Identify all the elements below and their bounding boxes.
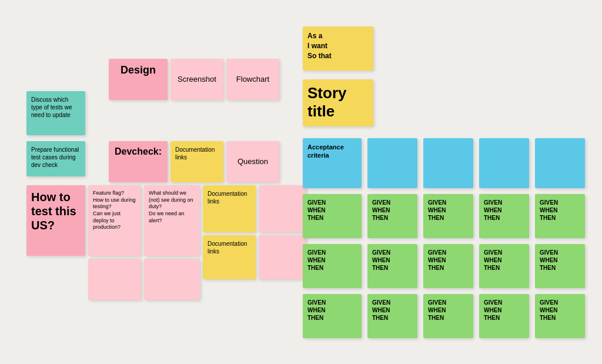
pink-blank-1 — [259, 185, 306, 232]
then-r2c1: THEN — [307, 264, 357, 272]
given-r2c1: GIVEN — [307, 249, 357, 256]
given-r3c5: GIVEN — [540, 299, 580, 306]
doc-links-1-sticky: Documentation links — [170, 141, 223, 182]
green-r1c3: GIVEN WHEN THEN — [423, 194, 473, 238]
doc-links-3-label: Documentation links — [208, 241, 247, 255]
pink-blank-4 — [144, 259, 200, 300]
blue-col5 — [535, 138, 585, 188]
story-title-sticky: Story title — [303, 79, 373, 126]
given-r1c1: GIVEN — [307, 199, 357, 206]
feature-flag-label: Feature flag? How to use during testing?… — [93, 190, 136, 230]
given-r1c5: GIVEN — [540, 199, 580, 206]
green-r3c3: GIVEN WHEN THEN — [423, 294, 473, 338]
flowchart-label: Flowchart — [236, 75, 269, 85]
feature-flag-sticky: Feature flag? How to use during testing?… — [88, 185, 141, 256]
story-title-label: Story title — [307, 84, 346, 120]
when-r3c5: WHEN — [540, 306, 580, 314]
then-r3c1: THEN — [307, 314, 357, 322]
devcheck-sticky: Devcheck: — [109, 141, 168, 182]
discuss-label: Discuss which type of tests we need to u… — [31, 96, 72, 118]
screenshot-label: Screenshot — [178, 75, 216, 85]
when-r3c2: WHEN — [372, 306, 413, 314]
when-r3c3: WHEN — [428, 306, 469, 314]
design-label: Design — [121, 64, 156, 76]
given-r2c5: GIVEN — [540, 249, 580, 256]
doc-links-3-sticky: Documentation links — [203, 235, 256, 279]
given-r2c3: GIVEN — [428, 249, 469, 256]
when-r3c4: WHEN — [484, 306, 524, 314]
then-r1c1: THEN — [307, 214, 357, 222]
pink-blank-2 — [259, 235, 306, 279]
when-r2c2: WHEN — [372, 256, 413, 264]
blue-col3 — [423, 138, 473, 188]
then-r2c2: THEN — [372, 264, 413, 272]
when-r2c3: WHEN — [428, 256, 469, 264]
prepare-label: Prepare functional test cases during dev… — [31, 146, 79, 168]
green-r1c2: GIVEN WHEN THEN — [367, 194, 417, 238]
green-r2c1: GIVEN WHEN THEN — [303, 244, 362, 288]
then-r1c2: THEN — [372, 214, 413, 222]
when-r3c1: WHEN — [307, 306, 357, 314]
flowchart-sticky: Flowchart — [226, 59, 279, 100]
as-a-label: As a I want So that — [307, 32, 332, 60]
how-to-test-sticky: How to test this US? — [26, 185, 85, 256]
when-r1c2: WHEN — [372, 206, 413, 214]
then-r2c3: THEN — [428, 264, 469, 272]
then-r1c3: THEN — [428, 214, 469, 222]
when-r1c1: WHEN — [307, 206, 357, 214]
design-sticky: Design — [109, 59, 168, 100]
green-r1c4: GIVEN WHEN THEN — [479, 194, 529, 238]
green-r1c1: GIVEN WHEN THEN — [303, 194, 362, 238]
given-r3c2: GIVEN — [372, 299, 413, 306]
when-r2c1: WHEN — [307, 256, 357, 264]
green-r3c5: GIVEN WHEN THEN — [535, 294, 585, 338]
given-r1c2: GIVEN — [372, 199, 413, 206]
what-should-label: What should we (not) see during on duty?… — [149, 190, 193, 223]
then-r3c5: THEN — [540, 314, 580, 322]
when-r2c5: WHEN — [540, 256, 580, 264]
when-r1c3: WHEN — [428, 206, 469, 214]
green-r2c2: GIVEN WHEN THEN — [367, 244, 417, 288]
prepare-sticky: Prepare functional test cases during dev… — [26, 141, 85, 176]
given-r2c4: GIVEN — [484, 249, 524, 256]
then-r2c5: THEN — [540, 264, 580, 272]
acceptance-criteria-sticky: Acceptance criteria — [303, 138, 362, 188]
doc-links-2-sticky: Documentation links — [203, 185, 256, 232]
when-r1c5: WHEN — [540, 206, 580, 214]
when-r2c4: WHEN — [484, 256, 524, 264]
discuss-sticky: Discuss which type of tests we need to u… — [26, 91, 85, 135]
given-r1c4: GIVEN — [484, 199, 524, 206]
green-r3c2: GIVEN WHEN THEN — [367, 294, 417, 338]
green-r3c4: GIVEN WHEN THEN — [479, 294, 529, 338]
given-r3c4: GIVEN — [484, 299, 524, 306]
screenshot-sticky: Screenshot — [170, 59, 223, 100]
then-r1c4: THEN — [484, 214, 524, 222]
then-r3c4: THEN — [484, 314, 524, 322]
given-r1c3: GIVEN — [428, 199, 469, 206]
doc-links-1-label: Documentation links — [175, 146, 215, 161]
green-r3c1: GIVEN WHEN THEN — [303, 294, 362, 338]
then-r1c5: THEN — [540, 214, 580, 222]
pink-blank-3 — [88, 259, 141, 300]
given-r2c2: GIVEN — [372, 249, 413, 256]
acceptance-label: Acceptance criteria — [307, 143, 344, 159]
doc-links-2-label: Documentation links — [208, 191, 247, 205]
question-label: Question — [238, 157, 268, 167]
then-r2c4: THEN — [484, 264, 524, 272]
green-r1c5: GIVEN WHEN THEN — [535, 194, 585, 238]
what-should-sticky: What should we (not) see during on duty?… — [144, 185, 200, 256]
blue-col4 — [479, 138, 529, 188]
green-r2c5: GIVEN WHEN THEN — [535, 244, 585, 288]
given-r3c3: GIVEN — [428, 299, 469, 306]
question-sticky: Question — [226, 141, 279, 182]
blue-col2 — [367, 138, 417, 188]
green-r2c3: GIVEN WHEN THEN — [423, 244, 473, 288]
given-r3c1: GIVEN — [307, 299, 357, 306]
then-r3c2: THEN — [372, 314, 413, 322]
green-r2c4: GIVEN WHEN THEN — [479, 244, 529, 288]
then-r3c3: THEN — [428, 314, 469, 322]
devcheck-label: Devcheck: — [115, 146, 162, 156]
as-a-sticky: As a I want So that — [303, 26, 373, 71]
how-to-test-label: How to test this US? — [31, 191, 76, 232]
when-r1c4: WHEN — [484, 206, 524, 214]
